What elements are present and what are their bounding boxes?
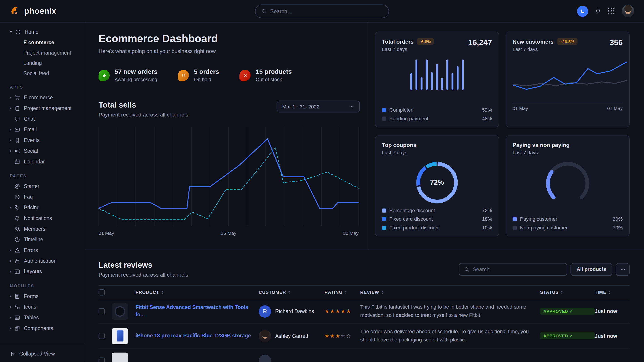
legend-label: Pending payment — [389, 116, 428, 122]
card-period: Last 7 days — [382, 150, 492, 156]
all-products-button[interactable]: All products — [570, 263, 612, 276]
sidebar-subitem-landing[interactable]: Landing — [0, 58, 84, 68]
users-icon — [14, 226, 20, 232]
calendar-icon — [14, 159, 20, 165]
sort-icon[interactable] — [161, 291, 164, 294]
user-avatar[interactable] — [622, 5, 634, 17]
legend-row: Fixed card discount18% — [382, 216, 492, 222]
caret-icon — [10, 31, 12, 33]
date-range-select[interactable]: Mar 1 - 31, 2022 — [277, 101, 360, 112]
legend-value: 52% — [482, 107, 492, 113]
sidebar-item-errors[interactable]: Errors — [0, 245, 84, 256]
reviews-search-input[interactable] — [472, 266, 562, 272]
sidebar-item-chat[interactable]: Chat — [0, 114, 84, 124]
sidebar-item-members[interactable]: Members — [0, 224, 84, 234]
apps-grid-button[interactable] — [608, 7, 615, 14]
column-header-customer[interactable]: CUSTOMER — [259, 290, 324, 295]
product-link[interactable]: Fitbit Sense Advanced Smartwatch with To… — [136, 304, 259, 319]
sidebar-item-calendar[interactable]: Calendar — [0, 156, 84, 167]
sidebar-item-tables[interactable]: Tables — [0, 312, 84, 323]
sort-icon[interactable] — [381, 291, 384, 294]
sort-icon[interactable] — [608, 291, 611, 294]
customer-cell — [259, 355, 324, 362]
brand[interactable]: phoenix — [10, 5, 56, 17]
sidebar-subitem-social-feed[interactable]: Social feed — [0, 68, 84, 78]
column-header-rating[interactable]: RATING — [324, 290, 360, 295]
sidebar-item-icons[interactable]: Icons — [0, 302, 84, 312]
sidebar-subitem-project-management[interactable]: Project management — [0, 48, 84, 58]
sidebar-item-label: Project management — [24, 105, 72, 111]
sidebar-item-faq[interactable]: Faq — [0, 192, 84, 202]
sidebar-item-social[interactable]: Social — [0, 146, 84, 156]
envelope-icon — [14, 127, 20, 133]
row-checkbox[interactable] — [99, 308, 105, 314]
column-header-status[interactable]: STATUS — [540, 290, 595, 295]
sidebar-item-label: Components — [24, 326, 53, 331]
notifications-bell-button[interactable] — [595, 8, 601, 14]
global-search-input[interactable] — [270, 8, 383, 14]
sidebar-subitem-e-commerce[interactable]: E commerce — [0, 37, 84, 48]
sidebar-item-label: Timeline — [24, 237, 43, 243]
lock-icon — [14, 258, 20, 264]
question-icon — [14, 194, 20, 200]
customer-name: Ashley Garrett — [275, 333, 308, 339]
sidebar-item-home[interactable]: Home — [0, 27, 84, 37]
theme-toggle-button[interactable] — [577, 5, 588, 17]
paying-gauge-chart — [513, 159, 623, 205]
donut-center-label: 72% — [414, 160, 460, 206]
stat-on-hold: 5 orders On hold — [178, 68, 219, 82]
reviews-subtitle: Payment received across all channels — [99, 272, 188, 278]
paying-card: Paying vs non paying Last 7 days Paying … — [506, 135, 630, 237]
select-all-checkbox[interactable] — [99, 289, 105, 295]
legend-label: Fixed card discount — [389, 216, 433, 222]
legend-label: Percentage discount — [389, 208, 435, 214]
caret-icon — [10, 96, 12, 99]
sidebar-item-label: Events — [24, 137, 40, 143]
top-coupons-card: Top coupons Last 7 days 72% Percentage d… — [375, 135, 499, 237]
row-checkbox[interactable] — [99, 333, 105, 339]
sidebar-item-events[interactable]: Events — [0, 135, 84, 146]
new-customers-value: 356 — [610, 38, 622, 47]
sort-icon[interactable] — [288, 291, 290, 294]
page-title: Ecommerce Dashboard — [99, 32, 360, 45]
sort-icon[interactable] — [561, 291, 563, 294]
sidebar-item-forms[interactable]: Forms — [0, 291, 84, 302]
product-link[interactable]: iPhone 13 pro max-Pacific Blue-128GB sto… — [136, 332, 259, 340]
column-header-time[interactable]: TIME — [595, 290, 630, 295]
sidebar-item-project-management[interactable]: Project management — [0, 103, 84, 114]
trend-badge: -6.8% — [417, 38, 434, 45]
sidebar-item-timeline[interactable]: Timeline — [0, 234, 84, 245]
table-body: Fitbit Sense Advanced Smartwatch with To… — [99, 299, 630, 362]
collapsed-view-button[interactable]: Collapsed View — [0, 345, 84, 362]
more-options-button[interactable] — [616, 263, 630, 276]
layout-icon — [14, 269, 20, 275]
reviews-table: PRODUCTCUSTOMERRATINGREVIEWSTATUSTIME Fi… — [99, 285, 630, 362]
rating-stars: ★★★☆☆ — [324, 333, 360, 339]
legend-swatch — [382, 208, 386, 212]
reviews-search[interactable] — [459, 263, 567, 276]
sidebar-item-notifications[interactable]: Notifications — [0, 213, 84, 224]
stat-new-orders: 57 new orders Awating processing — [99, 68, 158, 82]
ellipsis-icon — [620, 267, 626, 272]
sidebar-item-layouts[interactable]: Layouts — [0, 266, 84, 277]
sidebar-item-e-commerce[interactable]: E commerce — [0, 92, 84, 103]
brand-name: phoenix — [24, 6, 56, 16]
global-search[interactable] — [255, 4, 389, 18]
sidebar-item-pricing[interactable]: Pricing — [0, 202, 84, 213]
bell-icon — [595, 8, 601, 14]
caret-icon — [10, 129, 12, 131]
caret-icon — [10, 249, 12, 252]
sidebar-item-components[interactable]: Components — [0, 323, 84, 334]
legend-label: Non-paying customer — [520, 225, 568, 231]
sidebar-item-authentication[interactable]: Authentication — [0, 256, 84, 267]
sidebar-item-starter[interactable]: Starter — [0, 181, 84, 192]
table-icon — [14, 315, 20, 321]
row-checkbox[interactable] — [99, 358, 105, 362]
column-header-review[interactable]: REVIEW — [360, 290, 540, 295]
sort-icon[interactable] — [344, 291, 347, 294]
total-orders-card: Total orders -6.8% Last 7 days 16,247 Co… — [375, 31, 499, 127]
review-time: Just now — [595, 333, 630, 339]
column-header-product[interactable]: PRODUCT — [136, 290, 259, 295]
sidebar-item-email[interactable]: Email — [0, 124, 84, 135]
table-header: PRODUCTCUSTOMERRATINGREVIEWSTATUSTIME — [99, 285, 630, 299]
